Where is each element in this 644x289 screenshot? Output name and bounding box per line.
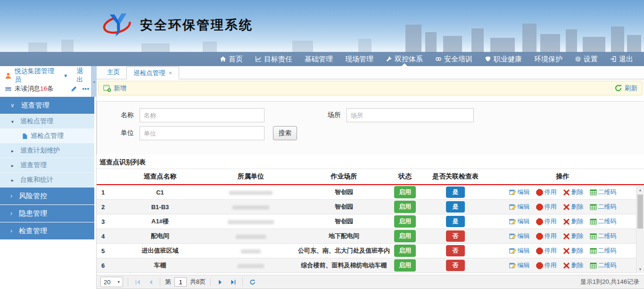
place-input[interactable] [347, 108, 474, 122]
more-options-icon[interactable]: ••• [82, 85, 90, 92]
nav-item-safety-training[interactable]: 安全培训 [429, 52, 479, 66]
sidebar-item-hazard-management[interactable]: ›隐患管理 [0, 205, 94, 222]
pencil-icon[interactable] [71, 85, 77, 92]
edit-action[interactable]: 编辑 [509, 261, 530, 270]
status-badge[interactable]: 启用 [394, 201, 416, 213]
disable-action[interactable]: 停用 [536, 232, 557, 240]
edit-action[interactable]: 编辑 [509, 188, 530, 196]
disable-action[interactable]: 停用 [536, 203, 557, 211]
name-input[interactable] [140, 108, 264, 122]
status-badge[interactable]: 启用 [394, 259, 416, 272]
disable-action[interactable]: 停用 [536, 261, 557, 270]
user-name[interactable]: 悦达集团管理员 [15, 67, 60, 84]
nav-item-environment-protection[interactable]: 环境保护 [528, 52, 569, 66]
linked-badge[interactable]: 否 [446, 230, 465, 242]
cell-unit-redacted [204, 204, 298, 211]
sidebar-item-patrol-management-sub[interactable]: ▸巡查管理 [0, 158, 94, 173]
nav-item-basic-management[interactable]: 基础管理 [298, 52, 339, 66]
nav-item-occupational-health[interactable]: 职业健康 [479, 52, 528, 66]
sidebar-item-inspection-management[interactable]: ›检查管理 [0, 222, 94, 239]
chevron-down-icon[interactable]: ▼ [63, 73, 68, 78]
sidebar-collapse-handle[interactable]: ◂ [91, 66, 97, 97]
sidebar-item-patrol-management[interactable]: ∨巡查管理 [0, 97, 94, 114]
nav-item-logout[interactable]: 退出 [604, 52, 639, 66]
refresh-icon [614, 84, 622, 92]
edit-action[interactable]: 编辑 [509, 217, 530, 226]
divider [128, 278, 128, 286]
unit-input[interactable] [140, 126, 264, 140]
logout-link[interactable]: 退出 [76, 67, 90, 84]
status-badge[interactable]: 启用 [394, 230, 416, 242]
delete-action[interactable]: 删除 [563, 188, 584, 196]
disable-action[interactable]: 停用 [536, 246, 557, 255]
close-icon[interactable]: × [169, 67, 173, 79]
nav-item-home[interactable]: 首页 [214, 52, 249, 66]
page-size-select[interactable]: 20 ▾ [100, 277, 123, 287]
edit-action[interactable]: 编辑 [509, 246, 530, 255]
delete-action[interactable]: 删除 [563, 246, 584, 255]
sidebar-item-patrol-plan-maintenance[interactable]: ▸巡查计划维护 [0, 144, 94, 158]
first-page-button[interactable] [133, 277, 142, 287]
qrcode-label: 二维码 [598, 203, 617, 211]
previous-page-button[interactable] [146, 277, 155, 287]
reload-grid-button[interactable] [248, 277, 257, 287]
chevron-down-icon: ∨ [10, 102, 15, 109]
nav-item-settings[interactable]: 设置 [569, 52, 604, 66]
cell-linked: 否 [420, 245, 491, 256]
linked-badge[interactable]: 是 [446, 187, 465, 198]
cell-index: 1 [97, 189, 116, 196]
refresh-button[interactable]: 刷新 [614, 84, 637, 93]
city-skyline-decoration [0, 20, 644, 53]
delete-action[interactable]: 删除 [563, 261, 584, 270]
cell-name: C1 [116, 189, 204, 196]
table-scrollbar[interactable]: ▲ ▼ [636, 186, 644, 273]
toolbar: 新增 刷新 [98, 81, 643, 95]
qrcode-action[interactable]: 二维码 [590, 203, 617, 211]
qrcode-action[interactable]: 二维码 [590, 232, 617, 240]
delete-action[interactable]: 删除 [563, 217, 584, 226]
search-button[interactable]: 搜索 [273, 126, 297, 140]
sidebar-item-checkpoint-management-page[interactable]: 巡检点管理 [0, 129, 94, 144]
qrcode-action[interactable]: 二维码 [590, 217, 617, 226]
linked-badge[interactable]: 否 [446, 245, 465, 256]
triangle-down-icon: ▾ [11, 119, 14, 124]
linked-badge[interactable]: 是 [446, 201, 465, 212]
status-badge[interactable]: 启用 [394, 245, 416, 257]
linked-badge[interactable]: 是 [446, 216, 465, 227]
nav-item-dual-control-system[interactable]: 双控体系 [380, 52, 429, 66]
sidebar-item-ledger-statistics[interactable]: ▸台账和统计 [0, 173, 94, 187]
tab-home[interactable]: 主页 [100, 66, 126, 79]
redacted-text [241, 249, 261, 254]
status-badge[interactable]: 启用 [394, 186, 416, 198]
status-badge[interactable]: 启用 [394, 215, 416, 228]
sidebar-item-risk-control[interactable]: ›风险管控 [0, 187, 94, 204]
scroll-down-icon[interactable]: ▼ [636, 265, 644, 273]
next-page-button[interactable] [215, 277, 225, 287]
delete-action[interactable]: 删除 [563, 232, 584, 240]
linked-badge[interactable]: 否 [446, 260, 465, 271]
table-title: 巡查点识别列表 [97, 154, 644, 169]
tab-checkpoint-management[interactable]: 巡检点管理 × [126, 67, 179, 79]
scroll-up-icon[interactable]: ▲ [636, 186, 644, 194]
nav-item-target-responsibility[interactable]: 目标责任 [249, 52, 298, 66]
sidebar-item-checkpoint-management[interactable]: ▾巡检点管理 [0, 114, 94, 129]
nav-item-site-management[interactable]: 现场管理 [339, 52, 380, 66]
delete-action[interactable]: 删除 [563, 203, 584, 211]
disable-action[interactable]: 停用 [536, 188, 557, 196]
row-actions: 编辑 停用 删除 二维码 [491, 217, 644, 226]
scrollbar-thumb[interactable] [637, 195, 643, 229]
qrcode-action[interactable]: 二维码 [590, 188, 617, 196]
logout-icon [610, 56, 617, 62]
unread-messages[interactable]: 未读消息16条 [15, 85, 54, 93]
page-label: 第 [165, 278, 171, 286]
edit-action[interactable]: 编辑 [509, 203, 530, 211]
qrcode-action[interactable]: 二维码 [590, 246, 617, 255]
cell-unit-redacted [204, 247, 298, 255]
edit-action[interactable]: 编辑 [509, 232, 530, 240]
pagination-bar: 20 ▾ 第 共8页 显示1到20,共146记录 [97, 275, 644, 289]
disable-action[interactable]: 停用 [536, 217, 557, 226]
add-button[interactable]: 新增 [103, 84, 126, 93]
qrcode-action[interactable]: 二维码 [590, 261, 617, 270]
current-page-input[interactable] [174, 277, 187, 287]
last-page-button[interactable] [228, 277, 238, 287]
